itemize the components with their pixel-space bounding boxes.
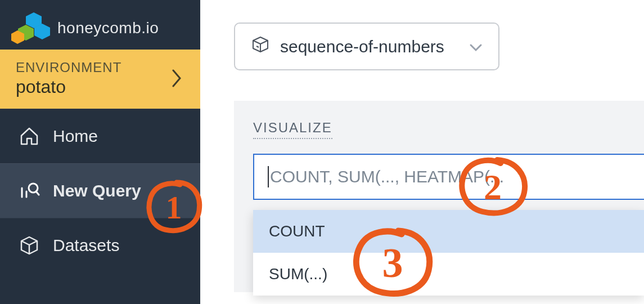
cube-icon (18, 234, 40, 257)
environment-selector[interactable]: ENVIRONMENT potato (0, 50, 200, 109)
sidebar-item-new-query[interactable]: New Query (0, 163, 200, 218)
sidebar-item-datasets[interactable]: Datasets (0, 218, 200, 272)
brand-logo-row: honeycomb.io (0, 0, 200, 50)
visualize-input[interactable]: COUNT, SUM(..., HEATMAP(... (253, 154, 644, 200)
visualize-section-label: VISUALIZE (253, 120, 332, 139)
visualize-dropdown: COUNT SUM(...) (253, 210, 644, 296)
svg-line-7 (36, 191, 39, 195)
sidebar-item-home[interactable]: Home (0, 109, 200, 163)
sidebar-item-label: New Query (53, 181, 141, 200)
dropdown-item-sum[interactable]: SUM(...) (253, 253, 644, 296)
sidebar-item-label: Home (53, 127, 98, 146)
query-builder-panel: VISUALIZE COUNT, SUM(..., HEATMAP(... CO… (234, 101, 644, 292)
sidebar: honeycomb.io ENVIRONMENT potato Home (0, 0, 200, 304)
honeycomb-logo-icon (11, 12, 52, 44)
dataset-picker[interactable]: sequence-of-numbers (234, 23, 499, 70)
main-content: sequence-of-numbers VISUALIZE COUNT, SUM… (200, 0, 644, 304)
environment-label: ENVIRONMENT (16, 60, 121, 75)
package-icon (251, 35, 270, 58)
chevron-right-icon (171, 69, 182, 90)
sidebar-nav: Home New Query Datasets (0, 109, 200, 272)
sidebar-item-label: Datasets (53, 236, 119, 255)
dropdown-item-count[interactable]: COUNT (253, 210, 644, 253)
environment-name: potato (16, 77, 121, 97)
chevron-down-icon (469, 37, 483, 56)
visualize-input-placeholder: COUNT, SUM(..., HEATMAP(... (270, 167, 504, 186)
query-icon (18, 180, 40, 202)
text-cursor (268, 166, 269, 187)
svg-line-8 (256, 46, 259, 47)
dataset-picker-value: sequence-of-numbers (280, 37, 444, 56)
home-icon (18, 125, 40, 147)
brand-name: honeycomb.io (57, 19, 159, 37)
